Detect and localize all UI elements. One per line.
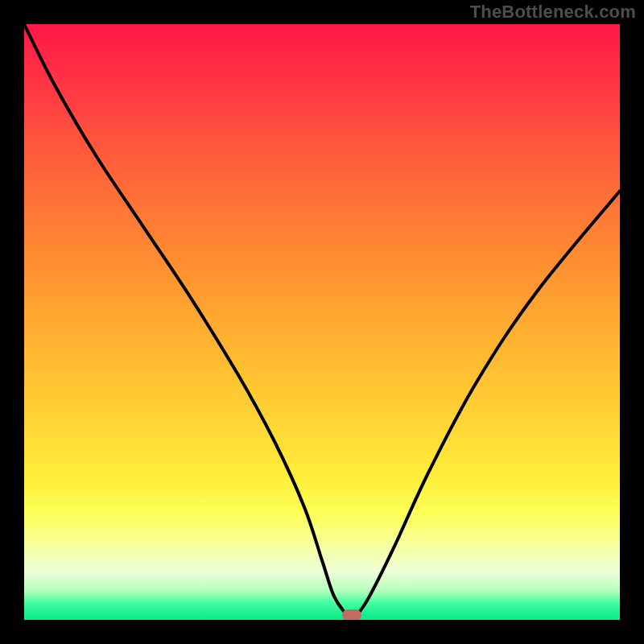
plot-area bbox=[24, 24, 620, 620]
watermark-text: TheBottleneck.com bbox=[470, 2, 636, 23]
chart-frame: TheBottleneck.com bbox=[0, 0, 644, 644]
optimum-marker bbox=[342, 609, 361, 620]
bottleneck-curve bbox=[24, 24, 620, 620]
